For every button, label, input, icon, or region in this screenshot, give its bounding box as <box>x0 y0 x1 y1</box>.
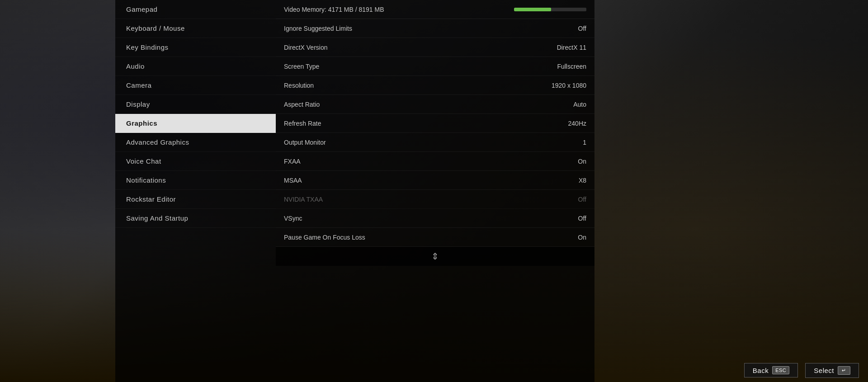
setting-label-aspect-ratio: Aspect Ratio <box>284 101 573 108</box>
setting-row-screen-type[interactable]: Screen TypeFullscreen <box>276 57 594 76</box>
setting-row-ignore-suggested-limits[interactable]: Ignore Suggested LimitsOff <box>276 19 594 38</box>
video-memory-bar-container <box>514 8 586 11</box>
content-panel: Video Memory: 4171 MB / 8191 MB Ignore S… <box>276 0 594 382</box>
setting-value-resolution: 1920 x 1080 <box>552 82 586 89</box>
select-label: Select <box>814 367 834 374</box>
setting-row-resolution[interactable]: Resolution1920 x 1080 <box>276 76 594 95</box>
select-button[interactable]: Select ↵ <box>805 363 859 378</box>
video-memory-bar <box>514 8 551 11</box>
nav-item-audio[interactable]: Audio <box>115 57 276 76</box>
setting-value-directx-version: DirectX 11 <box>557 44 586 51</box>
nav-item-saving-startup[interactable]: Saving And Startup <box>115 209 276 228</box>
nav-item-keyboard-mouse[interactable]: Keyboard / Mouse <box>115 19 276 38</box>
setting-value-pause-game-focus-loss: On <box>578 234 586 241</box>
video-memory-label: Video Memory: 4171 MB / 8191 MB <box>284 6 514 13</box>
setting-value-refresh-rate: 240Hz <box>568 120 586 127</box>
back-label: Back <box>753 367 769 374</box>
setting-value-fxaa: On <box>578 158 586 165</box>
setting-value-vsync: Off <box>578 215 586 222</box>
setting-label-directx-version: DirectX Version <box>284 44 557 51</box>
nav-item-notifications[interactable]: Notifications <box>115 171 276 190</box>
setting-label-screen-type: Screen Type <box>284 63 557 70</box>
setting-row-directx-version[interactable]: DirectX VersionDirectX 11 <box>276 38 594 57</box>
setting-value-ignore-suggested-limits: Off <box>578 25 586 32</box>
setting-row-msaa[interactable]: MSAAX8 <box>276 171 594 190</box>
setting-label-fxaa: FXAA <box>284 158 578 165</box>
select-key: ↵ <box>838 366 850 375</box>
setting-row-output-monitor[interactable]: Output Monitor1 <box>276 133 594 152</box>
setting-value-nvidia-txaa: Off <box>578 196 586 203</box>
video-memory-row: Video Memory: 4171 MB / 8191 MB <box>276 0 594 19</box>
back-button[interactable]: Back ESC <box>744 363 798 377</box>
setting-row-fxaa[interactable]: FXAAOn <box>276 152 594 171</box>
setting-label-pause-game-focus-loss: Pause Game On Focus Loss <box>284 234 578 241</box>
setting-value-output-monitor: 1 <box>583 139 586 146</box>
setting-label-output-monitor: Output Monitor <box>284 139 583 146</box>
nav-item-key-bindings[interactable]: Key Bindings <box>115 38 276 57</box>
nav-item-camera[interactable]: Camera <box>115 76 276 95</box>
nav-item-graphics[interactable]: Graphics <box>115 114 276 133</box>
setting-label-msaa: MSAA <box>284 177 579 184</box>
nav-item-gamepad[interactable]: Gamepad <box>115 0 276 19</box>
setting-row-vsync[interactable]: VSyncOff <box>276 209 594 228</box>
setting-label-vsync: VSync <box>284 215 578 222</box>
setting-row-pause-game-focus-loss[interactable]: Pause Game On Focus LossOn <box>276 228 594 247</box>
setting-value-msaa: X8 <box>579 177 586 184</box>
nav-panel: GamepadKeyboard / MouseKey BindingsAudio… <box>115 0 276 382</box>
setting-label-nvidia-txaa: NVIDIA TXAA <box>284 196 578 203</box>
setting-value-aspect-ratio: Auto <box>573 101 586 108</box>
setting-label-refresh-rate: Refresh Rate <box>284 120 568 127</box>
nav-item-rockstar-editor[interactable]: Rockstar Editor <box>115 190 276 209</box>
nav-item-display[interactable]: Display <box>115 95 276 114</box>
nav-item-advanced-graphics[interactable]: Advanced Graphics <box>115 133 276 152</box>
setting-label-ignore-suggested-limits: Ignore Suggested Limits <box>284 25 578 32</box>
scroll-arrows[interactable]: ⇕ <box>276 247 594 266</box>
setting-row-nvidia-txaa: NVIDIA TXAAOff <box>276 190 594 209</box>
setting-row-aspect-ratio[interactable]: Aspect RatioAuto <box>276 95 594 114</box>
back-key: ESC <box>772 366 789 374</box>
setting-value-screen-type: Fullscreen <box>557 63 586 70</box>
scroll-icon: ⇕ <box>431 251 439 262</box>
setting-label-resolution: Resolution <box>284 82 552 89</box>
nav-item-voice-chat[interactable]: Voice Chat <box>115 152 276 171</box>
setting-row-refresh-rate[interactable]: Refresh Rate240Hz <box>276 114 594 133</box>
bottom-bar: Back ESC Select ↵ <box>735 358 868 382</box>
